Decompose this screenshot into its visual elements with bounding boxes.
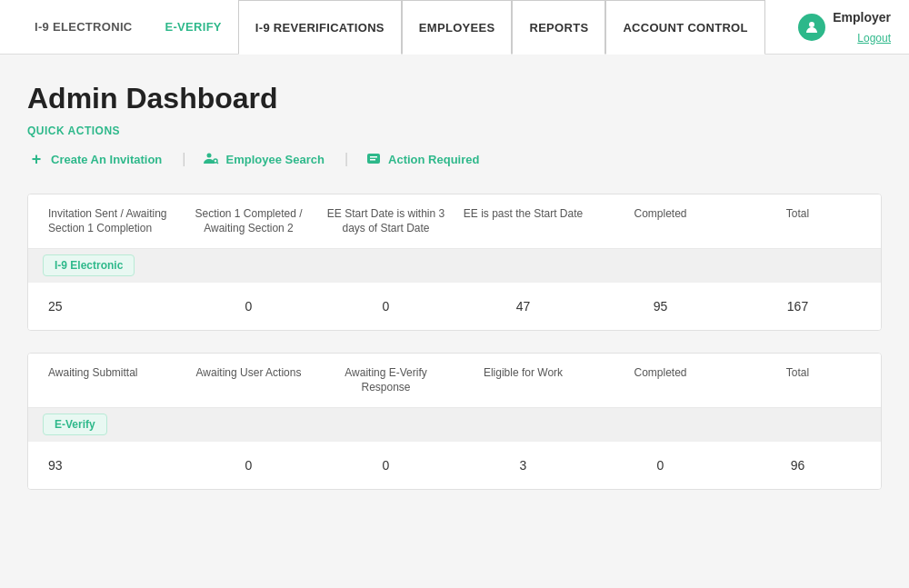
nav-items: I-9 ELECTRONIC E-VERIFY I-9 REVERIFICATI… [18,0,765,55]
i9-data-3: 47 [454,299,592,314]
nav-employees[interactable]: EMPLOYEES [402,0,513,55]
employer-name: Employer [833,10,891,25]
svg-line-3 [217,163,219,164]
ev-data-3: 3 [454,458,592,473]
action-required-button[interactable]: Action Required [352,150,495,168]
create-invitation-button[interactable]: + Create An Invitation [27,150,178,168]
i9-data-2: 0 [317,299,454,314]
nav-e-verify[interactable]: E-VERIFY [148,0,237,55]
i9-section-badge: I-9 Electronic [43,254,135,276]
i9-header-1: Section 1 Completed / Awaiting Section 2 [180,207,317,235]
i9-header-0: Invitation Sent / Awaiting Section 1 Com… [43,207,180,235]
nav-reports[interactable]: REPORTS [512,0,605,55]
divider-1: | [182,151,185,167]
employee-search-label: Employee Search [225,153,324,166]
everify-table-header: Awaiting Submittal Awaiting User Actions… [28,354,881,408]
nav-i9-electronic[interactable]: I-9 ELECTRONIC [18,0,148,55]
ev-header-0: Awaiting Submittal [43,366,180,394]
ev-data-0: 93 [43,458,180,473]
employer-row: Employer [833,10,891,25]
quick-actions-bar: + Create An Invitation | Employee Search… [27,150,882,168]
create-invitation-icon: + [27,150,45,168]
i9-header-5: Total [729,207,866,235]
employer-info: Employer Logout [833,10,891,45]
svg-point-0 [809,22,814,27]
ev-header-4: Completed [592,366,729,394]
action-required-icon [365,150,383,168]
quick-actions-label: QUICK ACTIONS [27,125,882,137]
ev-data-1: 0 [180,458,317,473]
nav-right: Employer Logout [798,10,891,45]
nav-account-control[interactable]: ACCOUNT CONTROL [605,0,764,55]
i9-header-2: EE Start Date is within 3 days of Start … [317,207,454,235]
svg-point-1 [207,154,212,158]
employer-avatar [798,14,825,41]
employee-search-icon [202,150,220,168]
svg-point-2 [214,159,217,163]
everify-section-label-row: E-Verify [28,408,881,441]
svg-rect-4 [367,154,380,164]
i9-section-label-row: I-9 Electronic [28,249,881,282]
ev-data-2: 0 [317,458,454,473]
main-content: Admin Dashboard QUICK ACTIONS + Create A… [0,55,909,530]
svg-rect-6 [370,159,375,161]
everify-section-badge: E-Verify [43,414,107,435]
ev-header-2: Awaiting E-Verify Response [317,366,454,394]
ev-data-5: 96 [729,458,866,473]
everify-data-row: 93 0 0 3 0 96 [28,441,881,489]
ev-header-3: Eligible for Work [454,366,592,394]
i9-data-0: 25 [43,299,180,314]
action-required-label: Action Required [388,153,479,166]
i9-data-1: 0 [180,299,317,314]
i9-data-row: 25 0 0 47 95 167 [28,282,881,330]
i9-header-3: EE is past the Start Date [454,207,592,235]
i9-data-4: 95 [592,299,729,314]
everify-table: Awaiting Submittal Awaiting User Actions… [27,353,882,490]
i9-table: Invitation Sent / Awaiting Section 1 Com… [27,194,882,331]
create-invitation-label: Create An Invitation [51,153,162,166]
i9-header-4: Completed [592,207,729,235]
divider-2: | [345,151,348,167]
ev-header-1: Awaiting User Actions [180,366,317,394]
i9-data-5: 167 [729,299,866,314]
page-title: Admin Dashboard [27,82,882,115]
ev-header-5: Total [729,366,866,394]
employee-search-button[interactable]: Employee Search [189,150,340,168]
svg-rect-5 [370,156,377,158]
logout-link[interactable]: Logout [857,32,891,45]
navbar: I-9 ELECTRONIC E-VERIFY I-9 REVERIFICATI… [0,0,909,55]
i9-table-header: Invitation Sent / Awaiting Section 1 Com… [28,194,881,249]
nav-i9-reverifications[interactable]: I-9 REVERIFICATIONS [238,0,402,55]
ev-data-4: 0 [592,458,729,473]
